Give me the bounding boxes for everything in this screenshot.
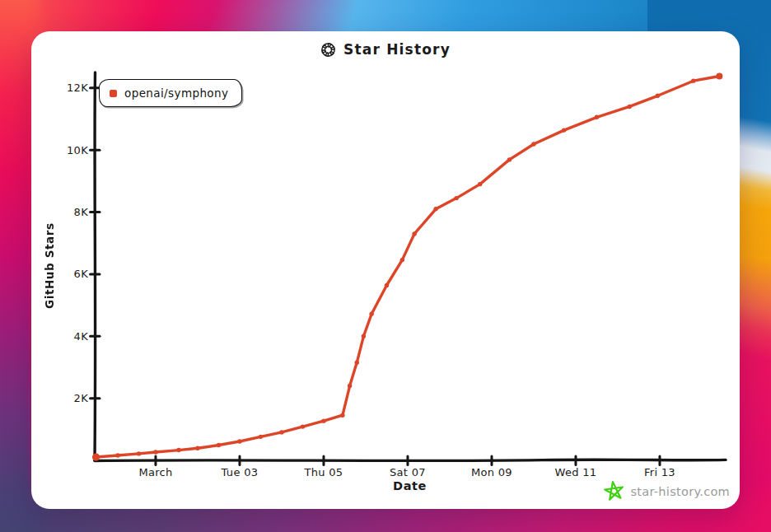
series-point: [400, 258, 404, 262]
y-tick-label: 8K: [74, 206, 89, 218]
series-point: [348, 384, 352, 388]
y-tick-label: 10K: [67, 144, 88, 156]
y-axis-title: GitHub Stars: [41, 72, 58, 460]
series-point: [691, 78, 695, 82]
star-doodle-icon: [604, 481, 624, 502]
series-point: [301, 424, 305, 428]
series-point: [340, 413, 344, 417]
ticks-layer: 2K4K6K8K10K12KMarchTue 03Thu 05Sat 07Mon…: [67, 82, 675, 478]
x-tick-label: Tue 03: [221, 466, 259, 478]
series-point: [507, 157, 512, 161]
legend-color-marker: [110, 90, 117, 97]
screenshot-stage: Star History openai/symphony 2K4K6K8K10K…: [0, 0, 771, 532]
series-point: [362, 334, 366, 338]
series-point: [217, 443, 221, 447]
axes: [95, 72, 726, 461]
y-tick-label: 12K: [67, 82, 88, 94]
series-point: [137, 451, 141, 455]
series-point: [385, 283, 389, 287]
series-line-openai/symphony: [96, 77, 720, 458]
openai-logo-icon: [320, 42, 336, 58]
series-point: [259, 435, 263, 439]
legend-item-openai-symphony: openai/symphony: [99, 79, 242, 107]
y-tick-label: 2K: [74, 392, 89, 404]
chart-card: Star History openai/symphony 2K4K6K8K10K…: [31, 31, 740, 509]
series-point: [454, 196, 458, 200]
x-tick-label: Mon 09: [471, 466, 512, 478]
series-point: [195, 446, 199, 450]
x-tick-label: March: [138, 466, 172, 478]
x-tick-label: Fri 13: [644, 466, 675, 478]
x-tick-label: Wed 11: [555, 466, 597, 478]
series-point: [355, 361, 359, 365]
series-point: [628, 105, 632, 109]
series-point: [562, 128, 566, 132]
series-point: [279, 430, 283, 434]
series-point: [531, 142, 535, 146]
series-point: [369, 311, 373, 315]
series-point: [115, 453, 119, 457]
series-point: [176, 448, 180, 452]
series-point: [321, 418, 325, 422]
series-point: [433, 207, 437, 211]
series-point: [153, 450, 157, 454]
series-point: [478, 182, 482, 186]
watermark-text: star-history.com: [630, 485, 730, 498]
series-point: [656, 94, 660, 98]
series-point: [92, 453, 100, 460]
watermark-link[interactable]: star-history.com: [604, 481, 730, 502]
series-point: [237, 439, 241, 443]
chart-title: Star History: [31, 40, 740, 59]
series-point: [595, 115, 599, 119]
y-tick-label: 4K: [74, 330, 89, 343]
y-axis-line: [95, 72, 96, 460]
series-point: [412, 231, 416, 236]
chart-title-text: Star History: [343, 41, 451, 58]
y-tick-label: 6K: [74, 268, 89, 280]
legend-label: openai/symphony: [124, 86, 228, 100]
series-point: [716, 73, 722, 80]
series-layer: [92, 73, 722, 461]
x-tick-label: Sat 07: [390, 466, 426, 478]
x-axis-line: [95, 460, 726, 460]
x-tick-label: Thu 05: [303, 466, 343, 478]
